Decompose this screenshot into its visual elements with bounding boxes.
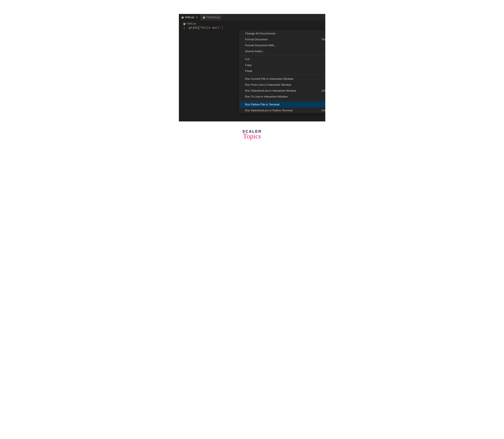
breadcrumb[interactable]: hello.py [179,21,325,26]
menu-item-label: Run Selection/Line in Interactive Window [245,89,296,92]
context-menu: Change All OccurrencesCtrl+F2Format Docu… [239,30,325,113]
brand-line-2: Topics [167,132,337,140]
token-open-paren: ( [198,26,200,30]
token-function: print [189,26,198,29]
code-line: 1 print("Hello Worl") [183,26,325,29]
menu-item[interactable]: Run Current File in Interactive Window [240,76,325,82]
menu-separator [240,100,325,101]
editor-window: hello.py ✕ Factorial.py hello.py 1 print… [179,14,325,122]
menu-item-label: Run Selection/Line in Python Terminal [245,109,293,112]
menu-item-label: Cut [245,58,250,61]
menu-item[interactable]: Run From Line in Interactive Window [240,82,325,88]
breadcrumb-label: hello.py [187,22,196,25]
menu-item-label: Run To Line in Interactive Window [245,95,288,98]
menu-item[interactable]: CutCtrl+X [240,56,325,62]
python-icon [181,16,184,19]
tab-label: Factorial.py [206,16,220,19]
token-string-trail: " [219,26,221,29]
tab-bar: hello.py ✕ Factorial.py [179,14,325,21]
menu-item-label: Source Action... [245,50,265,53]
scaler-topics-logo: SCALER Topics [167,129,337,140]
menu-item-label: Run Python File in Terminal [245,103,279,106]
token-string: "Hello Worl [200,26,219,29]
tab-label: hello.py [185,16,194,19]
menu-item[interactable]: Change All OccurrencesCtrl+F2 [240,31,325,37]
menu-item-label: Run From Line in Interactive Window [245,83,291,86]
tab-hello-py[interactable]: hello.py ✕ [179,14,200,21]
menu-item[interactable]: Source Action... [240,48,325,54]
menu-item[interactable]: Format Document With... [240,42,325,48]
menu-item[interactable]: Run Selection/Line in Python TerminalShi… [240,108,325,113]
close-icon[interactable]: ✕ [195,16,198,19]
menu-item-label: Run Current File in Interactive Window [245,77,293,81]
menu-item-shortcut: Shift+Enter [321,89,325,92]
line-number: 1 [183,26,189,29]
menu-item-label: Format Document With... [245,44,276,47]
menu-item-label: Change All Occurrences [245,32,276,35]
python-icon [183,22,186,25]
menu-item-label: Paste [245,69,252,73]
menu-item[interactable]: Run Selection/Line in Interactive Window… [240,88,325,94]
menu-item-label: Copy [245,63,252,67]
menu-item-shortcut: Shift+Enter [321,109,325,112]
menu-item[interactable]: Run Python File in Terminal [240,102,325,108]
menu-separator [240,55,325,55]
python-icon [202,16,205,19]
menu-item[interactable]: PasteCtrl+V [240,68,325,74]
menu-item-shortcut: Shift+Alt+F [321,38,325,41]
menu-item[interactable]: Format DocumentShift+Alt+F [240,37,325,42]
token-close-paren: ) [221,26,223,30]
code-content: print("Hello Worl") [189,26,223,29]
menu-item[interactable]: CopyCtrl+C [240,62,325,68]
menu-item[interactable]: Run To Line in Interactive Window [240,94,325,100]
menu-item-label: Format Document [245,38,268,41]
tab-factorial-py[interactable]: Factorial.py [200,14,222,21]
